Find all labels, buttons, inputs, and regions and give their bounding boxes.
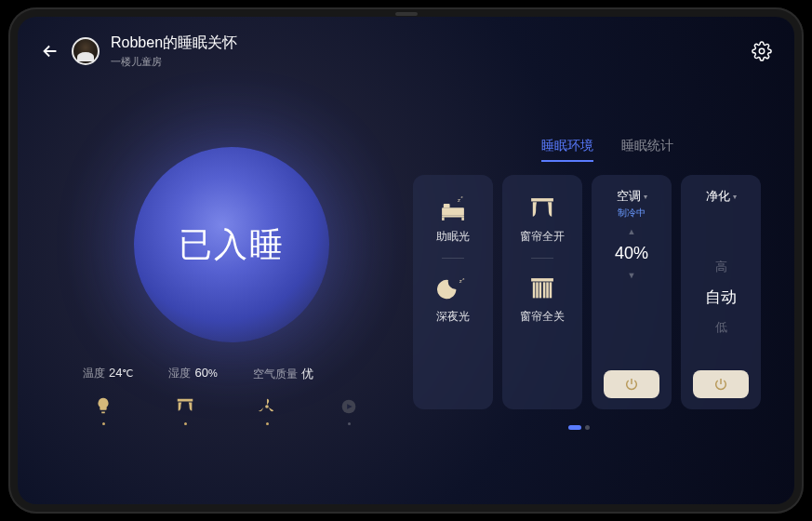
- card-light: zz 助眠光 zz 深夜光: [413, 175, 493, 409]
- pager-dot-2: [585, 425, 590, 430]
- svg-point-2: [265, 405, 269, 408]
- title-block: Robben的睡眠关怀 一楼儿童房: [111, 33, 237, 69]
- svg-text:z: z: [462, 276, 464, 281]
- power-icon: [624, 377, 639, 392]
- card-purifier: 净化▾ 高 自动 低: [681, 175, 761, 409]
- svg-rect-6: [442, 207, 464, 216]
- svg-rect-16: [536, 282, 539, 298]
- svg-rect-19: [546, 282, 549, 298]
- room-subtitle: 一楼儿童房: [111, 55, 237, 69]
- settings-icon[interactable]: [752, 41, 772, 61]
- purifier-auto[interactable]: 自动: [705, 287, 737, 308]
- stat-humidity: 湿度60%: [168, 366, 217, 382]
- chevron-down-icon[interactable]: ▾: [733, 193, 737, 201]
- chevron-down-icon[interactable]: ▾: [644, 193, 647, 201]
- svg-point-0: [759, 48, 765, 54]
- moon-sleep-icon: zz: [437, 274, 469, 305]
- control-cards: zz 助眠光 zz 深夜光 窗帘全开 窗帘全关 空调▾ 制冷中 ▲ 40% ▼: [413, 175, 761, 409]
- quick-curtain-icon[interactable]: [172, 396, 198, 425]
- ac-power-button[interactable]: [604, 370, 659, 398]
- sleep-status-orb[interactable]: 已入睡: [134, 147, 329, 342]
- svg-text:z: z: [458, 197, 460, 203]
- pager-dot-1: [568, 425, 581, 430]
- light-mode-sleep[interactable]: 助眠光: [436, 229, 470, 245]
- ac-status: 制冷中: [618, 207, 646, 220]
- purifier-levels: 高 自动 低: [705, 224, 737, 370]
- purifier-title: 净化▾: [706, 188, 737, 205]
- quick-light-icon[interactable]: [90, 396, 116, 425]
- power-icon: [713, 377, 728, 392]
- environment-stats: 温度24℃ 湿度60% 空气质量优: [83, 366, 313, 382]
- svg-rect-9: [461, 218, 464, 220]
- screen: Robben的睡眠关怀 一楼儿童房 已入睡 温度24℃ 湿度60% 空气质量优: [18, 17, 794, 504]
- ac-increase[interactable]: ▲: [628, 227, 636, 236]
- svg-rect-17: [539, 282, 542, 298]
- svg-rect-7: [442, 216, 464, 218]
- quick-purifier-icon[interactable]: [336, 396, 362, 425]
- svg-rect-14: [531, 278, 553, 281]
- back-icon[interactable]: [40, 41, 60, 61]
- ac-stepper: ▲ 40% ▼: [615, 227, 648, 370]
- tab-statistics[interactable]: 睡眠统计: [621, 138, 673, 162]
- front-camera: [395, 12, 418, 16]
- bed-sleep-icon: zz: [437, 194, 469, 225]
- purifier-high[interactable]: 高: [715, 259, 727, 275]
- light-mode-night[interactable]: 深夜光: [436, 309, 470, 325]
- svg-rect-8: [442, 218, 445, 220]
- svg-rect-1: [178, 399, 193, 402]
- ac-title: 空调▾: [617, 188, 647, 205]
- stat-air: 空气质量优: [253, 366, 313, 382]
- tab-environment[interactable]: 睡眠环境: [541, 138, 593, 162]
- stat-temp: 温度24℃: [83, 366, 133, 382]
- quick-actions: [90, 396, 362, 425]
- curtain-open[interactable]: 窗帘全开: [520, 229, 565, 245]
- quick-fan-icon[interactable]: [254, 396, 280, 425]
- curtain-open-icon: [526, 194, 558, 225]
- sleep-status-text: 已入睡: [179, 222, 285, 268]
- svg-rect-10: [444, 204, 450, 207]
- page-title: Robben的睡眠关怀: [111, 33, 237, 53]
- card-ac: 空调▾ 制冷中 ▲ 40% ▼: [592, 175, 672, 409]
- ac-decrease[interactable]: ▼: [628, 271, 636, 280]
- ac-value: 40%: [615, 244, 648, 263]
- curtain-close[interactable]: 窗帘全关: [520, 309, 565, 325]
- purifier-power-button[interactable]: [693, 370, 749, 398]
- tabs: 睡眠环境 睡眠统计: [541, 138, 673, 162]
- svg-text:z: z: [461, 194, 463, 199]
- header-bar: Robben的睡眠关怀 一楼儿童房: [40, 33, 772, 69]
- tablet-frame: Robben的睡眠关怀 一楼儿童房 已入睡 温度24℃ 湿度60% 空气质量优: [8, 7, 804, 514]
- purifier-low[interactable]: 低: [715, 319, 727, 336]
- svg-text:z: z: [459, 278, 462, 284]
- svg-rect-15: [533, 282, 536, 298]
- card-curtain: 窗帘全开 窗帘全关: [502, 175, 582, 409]
- svg-rect-20: [550, 282, 552, 298]
- avatar[interactable]: [72, 37, 100, 65]
- svg-rect-18: [543, 282, 546, 298]
- card-pager[interactable]: [568, 425, 590, 430]
- curtain-close-icon: [526, 274, 558, 305]
- svg-rect-13: [531, 198, 553, 201]
